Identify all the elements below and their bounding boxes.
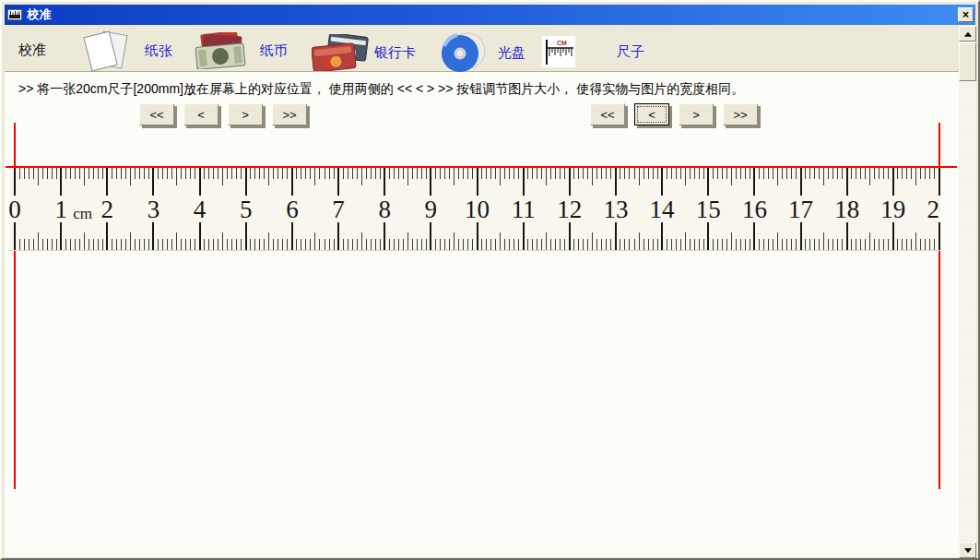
ruler-tick xyxy=(329,168,330,179)
ruler-tick xyxy=(52,239,53,250)
ruler-tick xyxy=(592,232,593,250)
ruler-tick xyxy=(412,239,413,250)
ruler-tick xyxy=(796,168,797,179)
ruler-tick xyxy=(906,239,907,250)
ruler-tick xyxy=(394,239,395,250)
toolbar-item-banknote[interactable]: 纸币 xyxy=(194,32,288,69)
ruler-tick xyxy=(152,222,154,250)
ruler-tick xyxy=(218,168,218,179)
ruler-tick xyxy=(98,168,99,179)
ruler-tick xyxy=(736,239,737,250)
ruler-tick xyxy=(421,168,422,179)
ruler-tick xyxy=(403,168,404,179)
cd-icon xyxy=(437,31,490,74)
ruler-tick xyxy=(768,239,769,250)
ruler-tick xyxy=(856,239,856,250)
ruler-tick xyxy=(911,239,912,250)
ruler-tick xyxy=(717,239,718,250)
ruler-tick xyxy=(832,168,833,179)
size-button-left-0[interactable]: << xyxy=(139,103,174,125)
size-button-right-3[interactable]: >> xyxy=(723,103,758,125)
ruler-tick xyxy=(532,239,533,250)
ruler-tick xyxy=(624,239,625,250)
ruler-tick xyxy=(454,168,455,185)
ruler-tick xyxy=(42,239,43,250)
ruler-tick xyxy=(435,168,436,179)
ruler-tick xyxy=(786,239,787,250)
ruler-tick xyxy=(301,168,301,179)
ruler-tick xyxy=(731,168,732,185)
ruler-tick xyxy=(112,239,112,250)
ruler-tick xyxy=(458,239,459,250)
ruler-tick xyxy=(167,168,168,179)
ruler-tick xyxy=(213,239,214,250)
ruler-tick xyxy=(495,168,496,179)
ruler-tick xyxy=(934,168,935,179)
ruler-tick xyxy=(740,168,741,179)
content-area xyxy=(5,72,959,557)
ruler-tick xyxy=(537,168,537,179)
ruler-tick xyxy=(106,168,108,196)
window-title: 校准 xyxy=(27,6,53,23)
scroll-up-button[interactable] xyxy=(959,26,976,42)
ruler-tick xyxy=(671,168,672,179)
ruler-tick xyxy=(694,168,695,179)
toolbar-item-cd[interactable]: 光盘 xyxy=(437,31,525,74)
ruler-tick xyxy=(842,239,843,250)
ruler-tick xyxy=(504,239,505,250)
toolbar-item-calibrate[interactable]: 校准 xyxy=(18,42,46,58)
ruler-tick xyxy=(199,168,201,196)
ruler-tick xyxy=(282,239,283,250)
scrollbar-thumb[interactable] xyxy=(959,42,976,81)
size-button-left-2[interactable]: > xyxy=(228,103,263,125)
ruler-tick xyxy=(676,168,677,179)
ruler-tick xyxy=(610,168,611,179)
ruler-tick xyxy=(606,168,607,179)
size-button-right-1[interactable]: < xyxy=(634,103,669,125)
ruler-tick xyxy=(171,168,172,179)
ruler-tick xyxy=(657,239,658,250)
paper-icon xyxy=(80,30,132,72)
ruler-tick xyxy=(888,239,889,250)
vertical-scrollbar[interactable] xyxy=(959,26,976,558)
size-button-right-2[interactable]: > xyxy=(679,103,714,125)
ruler-tick xyxy=(56,239,57,250)
ruler-tick xyxy=(398,168,399,179)
ruler-tick xyxy=(773,168,773,179)
ruler-tick xyxy=(348,239,348,250)
ruler-tick xyxy=(449,239,450,250)
app-ruler-icon xyxy=(7,7,22,22)
ruler-tick xyxy=(158,168,159,179)
ruler-tick xyxy=(254,239,255,250)
toolbar-label-ruler: 尺子 xyxy=(617,43,644,61)
ruler-tick xyxy=(667,168,667,179)
ruler-tick xyxy=(371,239,372,250)
toolbar-item-paper[interactable]: 纸张 xyxy=(80,30,172,72)
ruler-tick xyxy=(116,168,117,179)
size-button-right-0[interactable]: << xyxy=(590,103,625,125)
ruler-number: 15 xyxy=(690,196,726,223)
size-button-left-1[interactable]: < xyxy=(183,103,218,125)
bankcard-icon: VISA xyxy=(312,34,369,71)
toolbar-item-ruler[interactable]: CM 尺子 xyxy=(542,36,644,67)
ruler-tick xyxy=(814,168,815,179)
ruler-unit-label: cm xyxy=(73,205,92,223)
ruler-tick xyxy=(823,168,824,185)
toolbar-item-bankcard[interactable]: VISA 银行卡 xyxy=(312,34,416,71)
ruler-tick xyxy=(892,222,894,250)
ruler-tick xyxy=(65,239,66,250)
scroll-down-button[interactable] xyxy=(959,542,976,558)
ruler-tick xyxy=(176,168,177,185)
ruler-tick xyxy=(125,239,126,250)
ruler-tick xyxy=(759,239,760,250)
ruler-tick xyxy=(661,168,663,196)
ruler-tick xyxy=(639,168,640,185)
ruler-tick xyxy=(722,168,723,179)
app-window: 校准 × 校准 纸张 纸币 xyxy=(0,0,980,560)
ruler-tick xyxy=(139,239,140,250)
close-button[interactable]: × xyxy=(958,7,974,22)
ruler-tick xyxy=(407,168,408,185)
ruler-tick xyxy=(366,239,367,250)
ruler-tick xyxy=(440,239,441,250)
size-button-left-3[interactable]: >> xyxy=(272,103,307,125)
